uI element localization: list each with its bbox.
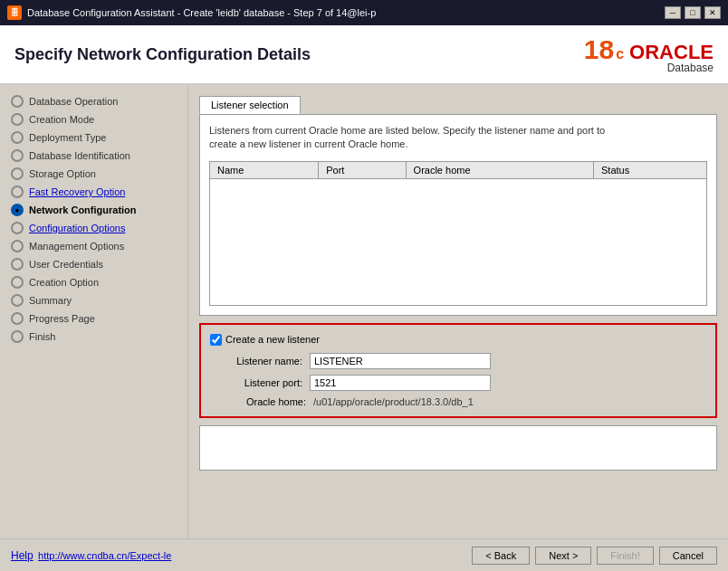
panel-description: Listeners from current Oracle home are l…: [209, 124, 707, 152]
col-header-name: Name: [210, 161, 319, 178]
sidebar-icon-summary: [11, 294, 24, 307]
sidebar-item-creation-option: Creation Option: [0, 273, 187, 291]
oracle-18-text: 18: [584, 34, 614, 65]
sidebar-item-management-options: Management Options: [0, 237, 187, 255]
maximize-button[interactable]: □: [685, 6, 701, 19]
sidebar-item-deployment-type: Deployment Type: [0, 128, 187, 147]
content-area: Database Operation Creation Mode Deploym…: [0, 85, 728, 538]
sidebar-icon-deployment-type: [11, 131, 24, 144]
col-header-status: Status: [594, 161, 707, 178]
sidebar-label-creation-mode: Creation Mode: [29, 114, 94, 125]
sidebar-icon-user-credentials: [11, 258, 24, 271]
sidebar-label-user-credentials: User Credentials: [29, 259, 103, 270]
oracle-home-row: Oracle home: /u01/app/oracle/product/18.…: [210, 396, 706, 407]
sidebar-item-summary: Summary: [0, 291, 187, 309]
create-listener-label[interactable]: Create a new listener: [225, 334, 320, 345]
listener-port-label: Listener port:: [210, 377, 310, 388]
sidebar-icon-database-operation: [11, 95, 24, 108]
main-panel: Listener selection Listeners from curren…: [188, 85, 728, 538]
sidebar-icon-progress-page: [11, 312, 24, 325]
close-button[interactable]: ✕: [704, 6, 721, 19]
sidebar-icon-configuration-options: [11, 222, 24, 234]
bottom-empty-area: [199, 425, 717, 471]
sidebar-icon-fast-recovery-option: [11, 186, 24, 198]
sidebar-icon-database-identification: [11, 149, 24, 162]
sidebar-item-finish: Finish: [0, 328, 187, 346]
sidebar-icon-management-options: [11, 240, 24, 252]
sidebar-label-creation-option: Creation Option: [29, 277, 99, 288]
sidebar-label-progress-page: Progress Page: [29, 313, 95, 324]
sidebar-label-database-operation: Database Operation: [29, 96, 118, 107]
col-header-oracle-home: Oracle home: [406, 161, 593, 178]
oracle-home-value: /u01/app/oracle/product/18.3.0/db_1: [313, 396, 474, 407]
listener-panel: Listeners from current Oracle home are l…: [199, 114, 717, 316]
sidebar: Database Operation Creation Mode Deploym…: [0, 85, 188, 538]
sidebar-label-deployment-type: Deployment Type: [29, 132, 106, 143]
listener-name-row: Listener name:: [210, 353, 706, 369]
sidebar-label-configuration-options: Configuration Options: [29, 223, 125, 233]
table-empty-row: [210, 178, 707, 305]
window-controls: ─ □ ✕: [665, 6, 721, 19]
sidebar-icon-finish: [11, 330, 24, 343]
sidebar-label-management-options: Management Options: [29, 241, 124, 252]
sidebar-label-storage-option: Storage Option: [29, 168, 96, 179]
sidebar-icon-storage-option: [11, 167, 24, 180]
help-label[interactable]: Help: [11, 549, 34, 562]
footer: Help http://www.cndba.cn/Expect-le < Bac…: [0, 538, 728, 571]
next-button[interactable]: Next >: [535, 547, 591, 565]
sidebar-icon-creation-option: [11, 276, 24, 289]
page-title: Specify Network Configuration Details: [14, 45, 311, 64]
sidebar-label-database-identification: Database Identification: [29, 150, 130, 161]
sidebar-label-network-configuration: Network Configuration: [29, 205, 137, 215]
sidebar-item-database-operation: Database Operation: [0, 92, 187, 110]
sidebar-label-summary: Summary: [29, 295, 72, 306]
title-bar: 🗄 Database Configuration Assistant - Cre…: [0, 0, 728, 25]
tab-bar: Listener selection: [199, 96, 717, 114]
window-title: Database Configuration Assistant - Creat…: [27, 7, 376, 18]
cancel-button[interactable]: Cancel: [659, 547, 717, 565]
oracle-logo: 18 c ORACLE Database: [584, 34, 714, 74]
sidebar-item-creation-mode: Creation Mode: [0, 110, 187, 128]
sidebar-item-database-identification: Database Identification: [0, 147, 187, 165]
sidebar-item-fast-recovery-option[interactable]: Fast Recovery Option: [0, 183, 187, 201]
sidebar-item-user-credentials: User Credentials: [0, 255, 187, 273]
listener-table: Name Port Oracle home Status: [209, 161, 707, 306]
title-bar-left: 🗄 Database Configuration Assistant - Cre…: [7, 5, 376, 20]
create-listener-checkbox-row: Create a new listener: [210, 334, 706, 346]
listener-name-input[interactable]: [310, 353, 491, 369]
sidebar-icon-network-configuration: ●: [11, 204, 24, 216]
create-listener-box: Create a new listener Listener name: Lis…: [199, 323, 717, 418]
main-container: Specify Network Configuration Details 18…: [0, 25, 728, 571]
sidebar-item-configuration-options[interactable]: Configuration Options: [0, 219, 187, 237]
tab-listener-selection[interactable]: Listener selection: [199, 96, 301, 114]
oracle-c-text: c: [616, 46, 624, 62]
back-button[interactable]: < Back: [472, 547, 530, 565]
listener-port-row: Listener port:: [210, 375, 706, 391]
oracle-home-label: Oracle home:: [214, 396, 313, 407]
app-icon: 🗄: [7, 5, 22, 20]
footer-buttons: < Back Next > Finish! Cancel: [472, 547, 717, 565]
tab-listener-selection-label: Listener selection: [211, 100, 289, 110]
footer-link: Help http://www.cndba.cn/Expect-le: [11, 549, 171, 562]
sidebar-label-finish: Finish: [29, 331, 55, 342]
sidebar-item-network-configuration: ● Network Configuration: [0, 201, 187, 219]
header: Specify Network Configuration Details 18…: [0, 25, 728, 85]
sidebar-icon-creation-mode: [11, 113, 24, 126]
footer-url: http://www.cndba.cn/Expect-le: [38, 550, 171, 561]
minimize-button[interactable]: ─: [665, 6, 681, 19]
create-listener-checkbox[interactable]: [210, 334, 222, 346]
listener-port-input[interactable]: [310, 375, 491, 391]
listener-name-label: Listener name:: [210, 356, 310, 366]
sidebar-item-storage-option: Storage Option: [0, 165, 187, 183]
finish-button[interactable]: Finish!: [597, 547, 653, 565]
col-header-port: Port: [319, 161, 406, 178]
sidebar-label-fast-recovery-option: Fast Recovery Option: [29, 186, 125, 197]
sidebar-item-progress-page: Progress Page: [0, 309, 187, 328]
